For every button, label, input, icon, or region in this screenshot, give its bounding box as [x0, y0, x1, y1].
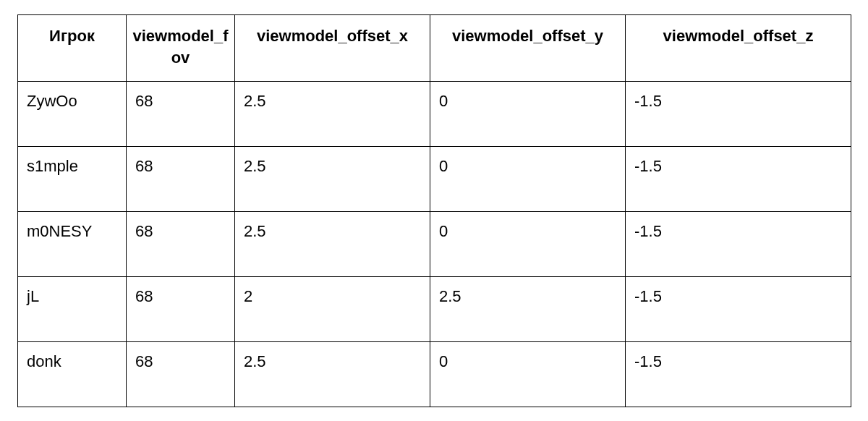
table-row: jL 68 2 2.5 -1.5: [18, 277, 851, 342]
cell-fov: 68: [127, 82, 235, 147]
cell-offset-z: -1.5: [626, 82, 851, 147]
table-row: ZywOo 68 2.5 0 -1.5: [18, 82, 851, 147]
viewmodel-settings-table: Игрок viewmodel_fov viewmodel_offset_x v…: [17, 14, 851, 407]
cell-offset-y: 2.5: [430, 277, 626, 342]
col-header-player: Игрок: [18, 15, 127, 82]
cell-player: donk: [18, 342, 127, 407]
col-header-fov: viewmodel_fov: [127, 15, 235, 82]
cell-offset-x: 2.5: [235, 342, 430, 407]
table-row: s1mple 68 2.5 0 -1.5: [18, 147, 851, 212]
cell-offset-y: 0: [430, 82, 626, 147]
cell-player: jL: [18, 277, 127, 342]
col-header-offset-x: viewmodel_offset_x: [235, 15, 430, 82]
cell-fov: 68: [127, 147, 235, 212]
cell-offset-z: -1.5: [626, 147, 851, 212]
cell-fov: 68: [127, 342, 235, 407]
col-header-offset-z: viewmodel_offset_z: [626, 15, 851, 82]
table-row: m0NESY 68 2.5 0 -1.5: [18, 212, 851, 277]
cell-offset-y: 0: [430, 147, 626, 212]
cell-player: ZywOo: [18, 82, 127, 147]
cell-player: m0NESY: [18, 212, 127, 277]
table-header-row: Игрок viewmodel_fov viewmodel_offset_x v…: [18, 15, 851, 82]
cell-offset-z: -1.5: [626, 212, 851, 277]
cell-fov: 68: [127, 277, 235, 342]
table-row: donk 68 2.5 0 -1.5: [18, 342, 851, 407]
cell-offset-x: 2.5: [235, 82, 430, 147]
cell-offset-z: -1.5: [626, 277, 851, 342]
col-header-offset-y: viewmodel_offset_y: [430, 15, 626, 82]
cell-offset-z: -1.5: [626, 342, 851, 407]
cell-offset-y: 0: [430, 212, 626, 277]
cell-player: s1mple: [18, 147, 127, 212]
cell-offset-x: 2.5: [235, 147, 430, 212]
cell-offset-y: 0: [430, 342, 626, 407]
cell-offset-x: 2: [235, 277, 430, 342]
cell-offset-x: 2.5: [235, 212, 430, 277]
cell-fov: 68: [127, 212, 235, 277]
